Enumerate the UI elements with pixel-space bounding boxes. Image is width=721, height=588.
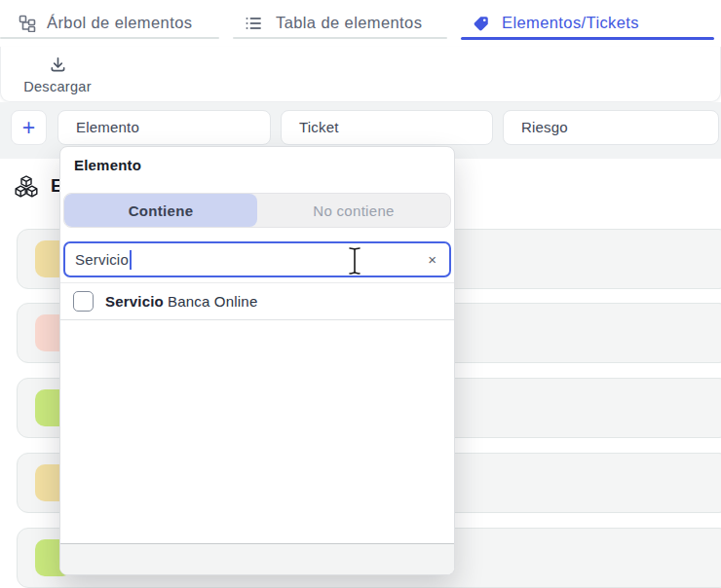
search-input-value: Servicio: [75, 251, 129, 268]
mode-label: Contiene: [129, 202, 194, 219]
result-match-text: Servicio: [105, 293, 164, 310]
tab-underline: [461, 37, 714, 40]
mode-contiene-button[interactable]: Contiene: [64, 194, 257, 227]
clear-search-icon[interactable]: ×: [425, 251, 439, 268]
filter-chip-ticket[interactable]: Ticket: [281, 110, 493, 145]
download-label: Descargar: [23, 79, 92, 94]
tab-tabla-de-elementos[interactable]: Tabla de elementos: [233, 0, 447, 47]
tab-label: Árbol de elementos: [47, 14, 192, 32]
filter-chip-riesgo[interactable]: Riesgo: [503, 110, 719, 145]
toolbar: Descargar: [0, 47, 721, 102]
filter-chip-label: Elemento: [76, 119, 139, 135]
cubes-icon: [13, 173, 40, 204]
result-checkbox[interactable]: [73, 291, 94, 312]
download-icon: [49, 55, 67, 77]
mode-label: No contiene: [313, 202, 394, 219]
tab-bar: Árbol de elementos Tabla de elementos: [0, 0, 721, 47]
tab-label: Elementos/Tickets: [502, 14, 639, 32]
plus-icon: +: [22, 115, 35, 140]
search-result-row[interactable]: ServicioBanca Online: [60, 282, 454, 320]
tab-label: Tabla de elementos: [276, 14, 422, 32]
result-label: ServicioBanca Online: [105, 293, 257, 310]
mode-no-contiene-button[interactable]: No contiene: [257, 194, 450, 227]
download-button[interactable]: Descargar: [13, 53, 102, 97]
list-icon: [245, 15, 262, 32]
tab-elementos-tickets[interactable]: Elementos/Tickets: [461, 0, 721, 47]
tab-arbol-de-elementos[interactable]: Árbol de elementos: [0, 0, 219, 47]
filter-chip-label: Riesgo: [521, 119, 568, 135]
tag-icon: [473, 15, 490, 32]
add-filter-button[interactable]: +: [11, 110, 47, 145]
filter-popup: Elemento Contiene No contiene Servicio ×…: [59, 146, 455, 575]
filter-chip-elemento[interactable]: Elemento: [57, 110, 271, 145]
filter-chip-label: Ticket: [299, 119, 339, 135]
tab-underline: [0, 37, 219, 39]
search-input[interactable]: Servicio ×: [63, 241, 451, 277]
tab-underline: [233, 37, 447, 39]
mode-segmented-control: Contiene No contiene: [63, 193, 451, 228]
result-rest-text: Banca Online: [168, 293, 257, 310]
tree-icon: [19, 15, 36, 32]
popup-title: Elemento: [74, 157, 141, 173]
popup-footer: [60, 543, 454, 574]
app-screen: Árbol de elementos Tabla de elementos: [0, 0, 721, 588]
text-caret: [130, 250, 132, 270]
